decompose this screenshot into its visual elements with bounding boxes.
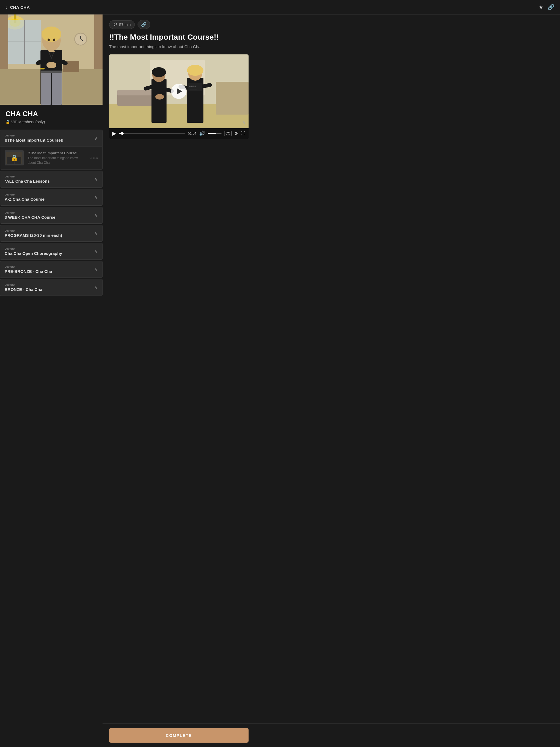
content-meta: ⏱ 57 min 🔗 [109, 20, 554, 29]
lecture-info-1: Lecture !!The Most Important Course!! [5, 134, 63, 143]
locked-text: !!The Most Important Course!! The most i… [28, 151, 85, 165]
duration-badge: ⏱ 57 min [109, 20, 135, 29]
lecture-name-7: PRE-BRONZE - Cha Cha [5, 269, 52, 274]
lecture-header-8[interactable]: Lecture BRONZE - Cha Cha ∨ [0, 279, 102, 295]
lock-icon: 🔒 [11, 154, 18, 162]
chevron-down-icon-4: ∨ [95, 213, 98, 218]
lecture-name-8: BRONZE - Cha Cha [5, 287, 42, 292]
lecture-info-7: Lecture PRE-BRONZE - Cha Cha [5, 265, 52, 274]
complete-button[interactable]: COMPLETE [109, 728, 249, 743]
chevron-down-icon-7: ∨ [95, 267, 98, 272]
lecture-info-2: Lecture *ALL Cha Cha Lessons [5, 175, 50, 183]
lecture-item-8: Lecture BRONZE - Cha Cha ∨ [0, 279, 103, 296]
content-title: !!The Most Important Course!! [109, 33, 554, 42]
lecture-info-5: Lecture PROGRAMS (20-30 min each) [5, 229, 62, 238]
lecture-header-1[interactable]: Lecture !!The Most Important Course!! ∧ [0, 130, 102, 146]
lecture-header-5[interactable]: Lecture PROGRAMS (20-30 min each) ∨ [0, 225, 102, 241]
chevron-down-icon-3: ∨ [95, 195, 98, 200]
share-icon[interactable]: 🔗 [548, 4, 555, 10]
locked-duration: 57 min [89, 156, 98, 160]
duration-text: 57 min [119, 22, 131, 27]
content-area: ⏱ 57 min 🔗 !!The Most Important Course!!… [103, 15, 560, 166]
sidebar-scroll: CHA CHA 🔒 VIP Members (only) Lecture !!T… [0, 15, 103, 319]
chevron-down-icon-6: ∨ [95, 249, 98, 254]
lecture-item-3: Lecture A-Z Cha Cha Course ∨ [0, 189, 103, 206]
link-badge[interactable]: 🔗 [137, 20, 150, 29]
lecture-header-6[interactable]: Lecture Cha Cha Open Choreography ∨ [0, 243, 102, 259]
lecture-item-1: Lecture !!The Most Important Course!! ∧ [0, 130, 103, 170]
video-frame: 姐妹好跳舞 ballroom dance ✎ [109, 54, 249, 128]
video-play-button[interactable]: ▶ [112, 130, 116, 136]
lecture-name-6: Cha Cha Open Choreography [5, 251, 62, 256]
svg-point-17 [47, 62, 56, 68]
locked-thumbnail: 🔒 [5, 150, 24, 165]
lecture-header-3[interactable]: Lecture A-Z Cha Cha Course ∨ [0, 189, 102, 205]
volume-icon[interactable]: 🔊 [199, 130, 205, 136]
lecture-name-1: !!The Most Important Course!! [5, 138, 63, 143]
header-actions: ★ 🔗 [538, 4, 555, 10]
volume-fill [208, 133, 216, 134]
back-button[interactable]: ‹ [5, 4, 7, 10]
lecture-name-3: A-Z Cha Cha Course [5, 197, 45, 202]
svg-point-49 [155, 94, 164, 100]
lecture-label-7: Lecture [5, 265, 52, 268]
chevron-down-icon-5: ∨ [95, 231, 98, 236]
volume-slider[interactable] [208, 133, 222, 134]
svg-text:ballroom dance: ballroom dance [190, 88, 198, 90]
locked-preview: 🔒 !!The Most Important Course!! The most… [0, 146, 102, 169]
lecture-label-5: Lecture [5, 229, 62, 232]
app-header: ‹ CHA CHA ★ 🔗 [0, 0, 560, 15]
svg-rect-26 [40, 68, 45, 70]
course-title: CHA CHA [5, 110, 97, 118]
lecture-item-6: Lecture Cha Cha Open Choreography ∨ [0, 243, 103, 260]
lecture-info-4: Lecture 3 WEEK CHA CHA Course [5, 211, 55, 220]
sidebar: CHA CHA 🔒 VIP Members (only) Lecture !!T… [0, 15, 103, 319]
svg-point-22 [53, 38, 55, 41]
course-image-svg [0, 15, 103, 105]
lecture-label-2: Lecture [5, 175, 50, 178]
cc-button[interactable]: CC [224, 131, 232, 136]
lecture-list: Lecture !!The Most Important Course!! ∧ [0, 130, 103, 296]
lecture-item-4: Lecture 3 WEEK CHA CHA Course ∨ [0, 207, 103, 224]
lecture-header-7[interactable]: Lecture PRE-BRONZE - Cha Cha ∨ [0, 261, 102, 278]
lecture-name-5: PROGRAMS (20-30 min each) [5, 233, 62, 238]
chevron-down-icon-8: ∨ [95, 285, 98, 290]
course-image [0, 15, 103, 105]
header-title: CHA CHA [10, 5, 30, 9]
locked-description: The most important things to know about … [28, 156, 85, 165]
svg-point-20 [42, 27, 61, 42]
lecture-label-4: Lecture [5, 211, 55, 214]
content-description: The most important things to know about … [109, 44, 554, 49]
lecture-info-6: Lecture Cha Cha Open Choreography [5, 247, 62, 256]
lecture-info-3: Lecture A-Z Cha Cha Course [5, 193, 45, 202]
chevron-down-icon-2: ∨ [95, 177, 98, 182]
svg-text:姐妹好跳舞: 姐妹好跳舞 [189, 85, 196, 87]
svg-rect-38 [152, 79, 167, 123]
progress-dot [121, 132, 124, 135]
lecture-header-2[interactable]: Lecture *ALL Cha Cha Lessons ∨ [0, 171, 102, 187]
svg-rect-8 [0, 15, 8, 69]
svg-rect-24 [52, 72, 62, 105]
lecture-label-1: Lecture [5, 134, 63, 137]
lecture-item-7: Lecture PRE-BRONZE - Cha Cha ∨ [0, 261, 103, 278]
lecture-item-5: Lecture PROGRAMS (20-30 min each) ∨ [0, 225, 103, 242]
edit-icon[interactable]: ✎ [242, 120, 246, 126]
lecture-label-3: Lecture [5, 193, 45, 196]
svg-rect-9 [94, 15, 103, 69]
settings-icon[interactable]: ⚙ [234, 131, 238, 136]
lecture-name-4: 3 WEEK CHA CHA Course [5, 215, 55, 220]
favorite-icon[interactable]: ★ [538, 4, 543, 10]
play-triangle-icon [177, 88, 182, 95]
video-progress-bar[interactable] [119, 133, 185, 134]
video-player: 姐妹好跳舞 ballroom dance ✎ [109, 54, 249, 138]
svg-point-43 [187, 65, 203, 76]
video-controls: ▶ 51:54 🔊 CC ⚙ ⛶ [109, 128, 249, 138]
play-button[interactable] [171, 84, 186, 99]
svg-point-40 [152, 67, 166, 77]
svg-rect-37 [216, 82, 249, 114]
lecture-label-8: Lecture [5, 283, 42, 286]
lecture-header-4[interactable]: Lecture 3 WEEK CHA CHA Course ∨ [0, 207, 102, 223]
lecture-name-2: *ALL Cha Cha Lessons [5, 179, 50, 183]
course-subtitle: 🔒 VIP Members (only) [5, 120, 97, 124]
fullscreen-icon[interactable]: ⛶ [241, 131, 245, 136]
